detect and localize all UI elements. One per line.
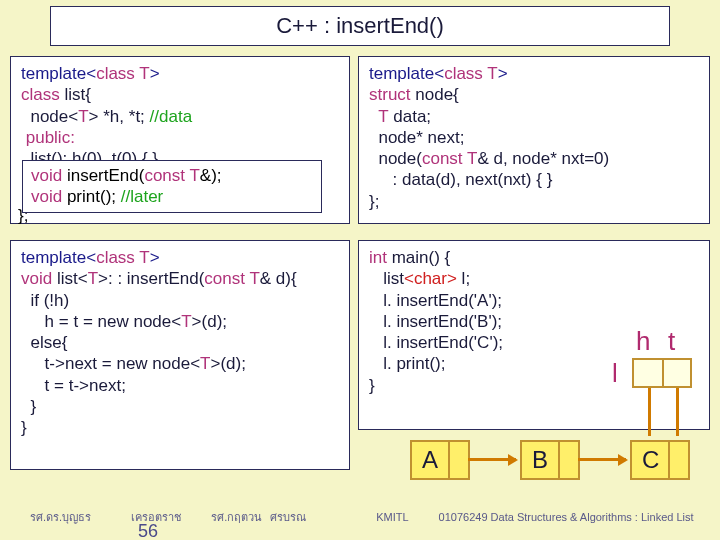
arrow-h-down [648,388,651,436]
pointer-h-label: h [636,326,650,357]
code-list-methods: void insertEnd(const T&); void print(); … [22,160,322,213]
node-a: A [410,440,470,480]
title-text: C++ : insertEnd() [276,13,444,39]
code-insertend: template<class T> void list<T>: : insert… [10,240,350,470]
pointer-t-label: t [668,326,675,357]
arrow-b-to-c [578,458,626,461]
page-title: C++ : insertEnd() [50,6,670,46]
node-b: B [520,440,580,480]
footer: รศ.ดร.บุญธร เครอตราช รศ.กฤตวน ศรบรณ KMIT… [0,508,720,526]
footer-org: KMITL [376,511,408,523]
footer-author4: ศรบรณ [270,508,306,526]
code-main: int main() { list<char> l; l. insertEnd(… [358,240,710,430]
footer-course: 01076249 Data Structures & Algorithms : … [439,511,694,523]
code-node-struct: template<class T> struct node{ T data; n… [358,56,710,224]
list-head-rect [632,358,692,388]
footer-author3: รศ.กฤตวน [211,508,262,526]
list-l-label: l [612,358,618,389]
arrow-t-down [676,388,679,436]
footer-author1: รศ.ดร.บุญธร [30,508,91,526]
node-c: C [630,440,690,480]
page-number: 56 [138,521,158,540]
arrow-a-to-b [468,458,516,461]
